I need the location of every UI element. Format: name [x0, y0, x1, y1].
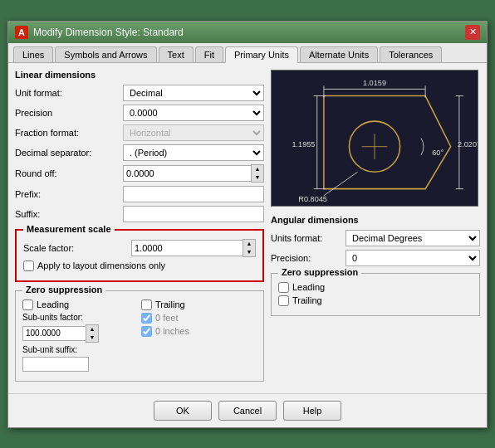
apply-layout-row: Apply to layout dimensions only	[23, 261, 256, 271]
measurement-scale-group: Measurement scale Scale factor: ▲ ▼ Appl…	[15, 229, 264, 282]
sub-units-spinner: ▲ ▼	[86, 324, 99, 343]
sub-unit-suffix-row: Sub-unit suffix:	[22, 345, 138, 354]
trailing-label: Trailing	[155, 299, 185, 309]
ang-precision-select[interactable]: 0	[346, 250, 480, 266]
sub-unit-suffix-input-row	[22, 357, 138, 372]
ang-leading-label: Leading	[292, 282, 325, 292]
suffix-row: Suffix:	[15, 206, 264, 222]
suffix-label: Suffix:	[15, 209, 123, 219]
sub-units-factor-input[interactable]	[22, 326, 86, 341]
zero-supp-right: Trailing 0 feet 0 inches	[141, 299, 257, 374]
tab-fit[interactable]: Fit	[195, 46, 223, 62]
round-off-label: Round off:	[15, 168, 123, 178]
prefix-label: Prefix:	[15, 189, 123, 199]
round-off-input[interactable]	[123, 165, 251, 182]
zero-suppression-title: Zero suppression	[22, 285, 105, 295]
prefix-input[interactable]	[123, 186, 264, 202]
close-button[interactable]: ✕	[465, 25, 480, 40]
zero-suppression-group: Zero suppression Leading Sub-units facto…	[15, 290, 264, 382]
linear-dimensions-title: Linear dimensions	[15, 70, 264, 80]
measurement-scale-title: Measurement scale	[23, 224, 115, 234]
tab-bar: Lines Symbols and Arrows Text Fit Primar…	[8, 43, 487, 63]
ang-precision-row: Precision: 0	[271, 250, 480, 266]
scale-factor-label: Scale factor:	[23, 243, 131, 253]
zero-feet-checkbox[interactable]	[141, 313, 152, 324]
ang-trailing-label: Trailing	[292, 295, 322, 305]
round-off-up[interactable]: ▲	[252, 165, 263, 173]
sub-units-factor-wrapper: ▲ ▼	[22, 324, 97, 343]
tab-text[interactable]: Text	[159, 46, 194, 62]
trailing-row: Trailing	[141, 299, 257, 310]
fraction-format-label: Fraction format:	[15, 128, 123, 138]
ang-precision-label: Precision:	[271, 253, 346, 263]
svg-text:1.0159: 1.0159	[363, 79, 386, 87]
decimal-separator-select[interactable]: . (Period)	[123, 144, 264, 161]
fraction-format-select[interactable]: Horizontal	[123, 124, 264, 141]
unit-format-row: Unit format: Decimal	[15, 85, 264, 101]
tab-lines[interactable]: Lines	[13, 46, 53, 62]
scale-factor-spinner: ▲ ▼	[243, 239, 256, 257]
ang-zero-supp-content: Leading Trailing	[278, 282, 473, 306]
zero-inches-checkbox[interactable]	[141, 326, 152, 337]
ang-units-format-control: Decimal Degrees	[346, 230, 480, 246]
ok-button[interactable]: OK	[154, 401, 212, 421]
scale-factor-row: Scale factor: ▲ ▼	[23, 239, 256, 257]
svg-text:60°: 60°	[432, 148, 444, 156]
unit-format-label: Unit format:	[15, 88, 123, 98]
leading-row: Leading	[22, 299, 138, 310]
tab-primary-units[interactable]: Primary Units	[225, 46, 298, 63]
decimal-separator-label: Decimal separator:	[15, 148, 123, 158]
ang-trailing-checkbox[interactable]	[278, 295, 289, 306]
trailing-checkbox[interactable]	[141, 299, 152, 310]
title-bar: A Modify Dimension Style: Standard ✕	[8, 22, 487, 43]
help-button[interactable]: Help	[283, 401, 341, 421]
sub-units-factor-row: Sub-units factor:	[22, 313, 138, 322]
tab-alternate-units[interactable]: Alternate Units	[300, 46, 378, 62]
leading-label: Leading	[37, 299, 69, 309]
round-off-row: Round off: ▲ ▼	[15, 164, 264, 183]
zero-inches-row: 0 inches	[141, 326, 257, 337]
precision-select[interactable]: 0.0000	[123, 105, 264, 121]
ang-leading-checkbox[interactable]	[278, 282, 289, 293]
sub-units-up[interactable]: ▲	[86, 325, 98, 334]
title-bar-left: A Modify Dimension Style: Standard	[15, 26, 184, 39]
suffix-input[interactable]	[123, 206, 264, 222]
app-icon: A	[15, 26, 28, 39]
content-area: Linear dimensions Unit format: Decimal P…	[8, 63, 487, 393]
angular-dimensions-section: Angular dimensions Units format: Decimal…	[271, 215, 480, 316]
apply-layout-checkbox[interactable]	[23, 261, 34, 271]
scale-factor-down[interactable]: ▼	[243, 248, 255, 256]
sub-unit-suffix-input[interactable]	[22, 357, 89, 372]
decimal-separator-row: Decimal separator: . (Period)	[15, 144, 264, 161]
angular-dimensions-title: Angular dimensions	[271, 215, 480, 225]
decimal-separator-control: . (Period)	[123, 144, 264, 161]
leading-checkbox[interactable]	[22, 299, 33, 310]
round-off-down[interactable]: ▼	[252, 173, 263, 182]
svg-text:1.1955: 1.1955	[292, 139, 315, 148]
ang-trailing-row: Trailing	[278, 295, 473, 306]
unit-format-control: Decimal	[123, 85, 264, 101]
tab-tolerances[interactable]: Tolerances	[380, 46, 442, 62]
cancel-button[interactable]: Cancel	[218, 401, 277, 421]
fraction-format-row: Fraction format: Horizontal	[15, 124, 264, 141]
unit-format-select[interactable]: Decimal	[123, 85, 264, 101]
ang-units-format-row: Units format: Decimal Degrees	[271, 230, 480, 246]
zero-supp-left: Leading Sub-units factor: ▲ ▼	[22, 299, 138, 374]
prefix-control	[123, 186, 264, 202]
ang-zero-suppression-title: Zero suppression	[278, 267, 361, 277]
tab-symbols-arrows[interactable]: Symbols and Arrows	[55, 46, 156, 62]
sub-units-down[interactable]: ▼	[86, 334, 98, 342]
precision-row: Precision 0.0000	[15, 105, 264, 121]
ang-units-format-label: Units format:	[271, 233, 346, 243]
zero-inches-label: 0 inches	[155, 326, 189, 336]
precision-control: 0.0000	[123, 105, 264, 121]
scale-factor-input[interactable]	[131, 240, 243, 256]
scale-factor-control: ▲ ▼	[131, 239, 256, 257]
precision-label: Precision	[15, 108, 123, 118]
zero-feet-label: 0 feet	[155, 313, 179, 323]
apply-layout-label: Apply to layout dimensions only	[37, 261, 165, 270]
scale-factor-up[interactable]: ▲	[243, 240, 255, 248]
round-off-spinner: ▲ ▼	[251, 164, 264, 183]
right-panel: 1.0159 1.1955 2.0207 60°	[271, 70, 480, 387]
ang-units-format-select[interactable]: Decimal Degrees	[346, 230, 480, 246]
